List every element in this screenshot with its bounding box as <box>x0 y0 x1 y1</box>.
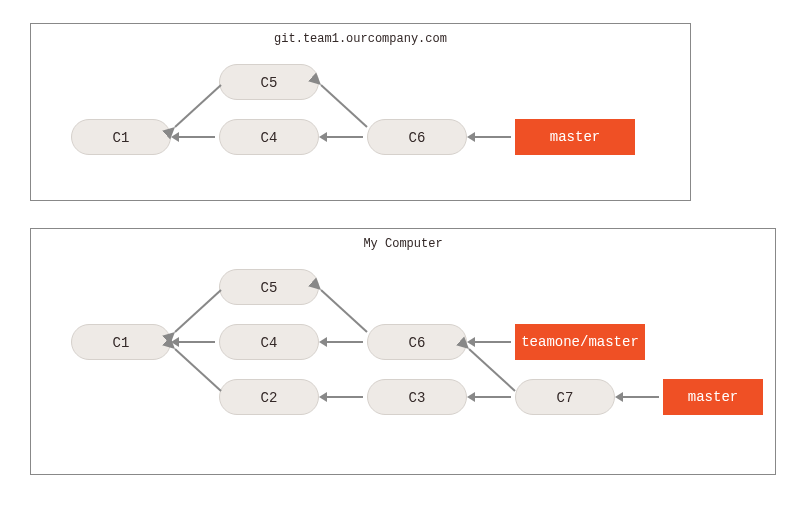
commit-c5: C5 <box>219 269 319 305</box>
commit-c1: C1 <box>71 119 171 155</box>
commit-c3: C3 <box>367 379 467 415</box>
svg-line-4 <box>175 349 221 391</box>
arrow <box>167 79 225 137</box>
ref-teamone-master: teamone/master <box>515 324 645 360</box>
commit-c7: C7 <box>515 379 615 415</box>
ref-master-local: master <box>663 379 763 415</box>
local-title: My Computer <box>31 237 775 251</box>
commit-c6: C6 <box>367 324 467 360</box>
commit-c4: C4 <box>219 324 319 360</box>
arrow <box>167 284 225 342</box>
commit-c2: C2 <box>219 379 319 415</box>
svg-line-0 <box>175 85 221 127</box>
remote-title: git.team1.ourcompany.com <box>31 32 690 46</box>
commit-c1: C1 <box>71 324 171 360</box>
ref-master-remote: master <box>515 119 635 155</box>
commit-c5: C5 <box>219 64 319 100</box>
arrow <box>473 136 511 138</box>
commit-c6: C6 <box>367 119 467 155</box>
svg-line-2 <box>175 290 221 332</box>
arrow <box>167 341 225 399</box>
local-frame: My Computer C5 C1 C4 C6 teamone/master C… <box>30 228 776 475</box>
arrow <box>461 341 519 399</box>
arrow <box>313 79 371 137</box>
svg-line-3 <box>321 290 367 332</box>
arrow <box>621 396 659 398</box>
commit-c4: C4 <box>219 119 319 155</box>
svg-line-1 <box>321 85 367 127</box>
svg-line-5 <box>469 349 515 391</box>
remote-frame: git.team1.ourcompany.com C5 C1 C4 C6 mas… <box>30 23 691 201</box>
arrow <box>313 284 371 342</box>
arrow <box>325 396 363 398</box>
